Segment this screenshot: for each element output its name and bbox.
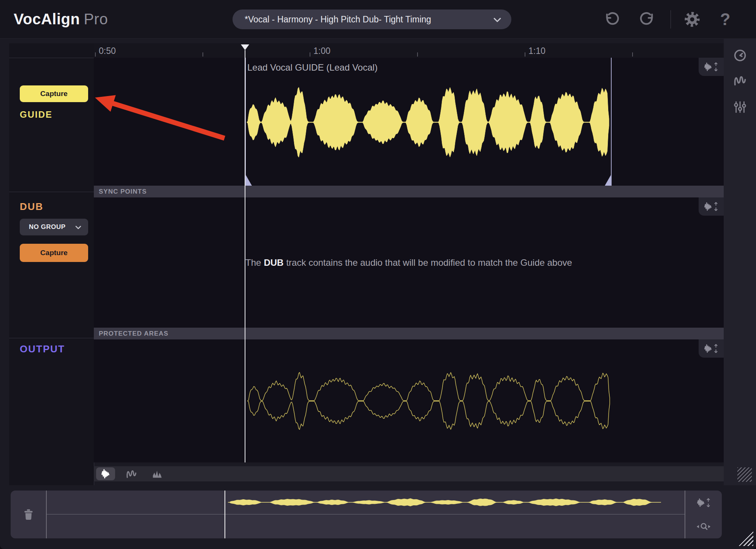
dub-vzoom-tab[interactable] [699, 197, 724, 216]
ruler-time-label: 0:50 [99, 46, 116, 56]
energy-icon [152, 469, 163, 479]
view-mode-toolbar [94, 466, 724, 481]
waveform-icon [101, 469, 111, 479]
protected-areas-strip: PROTECTED AREAS [94, 328, 724, 339]
protected-areas-label: PROTECTED AREAS [99, 330, 168, 338]
overview-hzoom-button[interactable] [696, 522, 712, 531]
dub-message-suffix: track contains the audio that will be mo… [286, 257, 572, 268]
playhead-handle[interactable] [241, 44, 249, 50]
waveform-view-button[interactable] [96, 467, 115, 480]
horizontal-zoom-icon [696, 522, 712, 531]
ruler-tick [202, 52, 203, 57]
vzoom-arrows-icon [706, 498, 710, 508]
dub-group-select[interactable]: NO GROUP [20, 219, 88, 235]
sidebar-divider [9, 58, 94, 58]
undo-icon [604, 11, 620, 27]
waveform-icon [704, 62, 712, 71]
guide-waveform [94, 58, 724, 186]
waveform-icon [697, 498, 705, 507]
sync-points-label: SYNC POINTS [99, 188, 147, 196]
dub-message-prefix: The [245, 257, 261, 268]
dub-group-value: NO GROUP [29, 223, 66, 231]
topbar-divider [671, 10, 671, 28]
pitch-view-button[interactable] [122, 467, 141, 480]
output-track[interactable] [94, 339, 724, 462]
overview-center-divider [47, 514, 685, 514]
sidebar: GUIDE Capture DUB NO GROUP Capture OUTPU… [9, 43, 94, 485]
overview-vzoom-button[interactable] [697, 498, 710, 508]
settings-button[interactable] [683, 10, 702, 29]
preset-label: *Vocal - Harmony - High Pitch Dub- Tight… [245, 14, 431, 25]
panel-resize-grip[interactable] [737, 467, 752, 482]
dub-help-message: The DUB track contains the audio that wi… [94, 197, 724, 328]
pitch-tool-button[interactable] [733, 73, 747, 88]
guide-clip-label: Lead Vocal GUIDE (Lead Vocal) [247, 62, 378, 73]
time-tool-button[interactable] [733, 48, 747, 63]
mixer-tool-button[interactable] [733, 100, 747, 114]
overview-zoom-controls [685, 491, 722, 538]
brand-name: VocAlign [14, 11, 80, 28]
output-section-label: OUTPUT [20, 343, 65, 355]
chevron-down-icon [75, 226, 81, 230]
overview-panel [11, 491, 722, 538]
sidebar-divider [9, 192, 94, 192]
timeline: 0:501:001:10 Lead Vocal GUIDE (Lead Voca… [94, 43, 724, 485]
guide-section-label: GUIDE [20, 109, 52, 120]
ruler[interactable]: 0:501:001:10 [94, 43, 724, 58]
dub-section-label: DUB [20, 201, 43, 213]
guide-track[interactable]: Lead Vocal GUIDE (Lead Vocal) [94, 58, 724, 186]
output-vzoom-tab[interactable] [699, 339, 724, 358]
window-resize-grip[interactable] [737, 530, 753, 546]
help-button[interactable]: ? [716, 10, 735, 29]
vocalign-window: VocAlign Pro *Vocal - Harmony - High Pit… [0, 0, 756, 549]
playhead-line[interactable] [245, 50, 245, 462]
ruler-time-label: 1:00 [313, 46, 331, 56]
overview-waveform [11, 491, 722, 538]
ruler-tick [632, 52, 633, 57]
gear-icon [683, 11, 701, 28]
clock-icon [733, 49, 747, 62]
dub-track[interactable]: The DUB track contains the audio that wi… [94, 197, 724, 328]
chevron-down-icon [493, 17, 501, 23]
ruler-tick [417, 52, 418, 57]
waveform-icon [704, 202, 712, 211]
preset-selector[interactable]: *Vocal - Harmony - High Pitch Dub- Tight… [232, 9, 511, 29]
guide-capture-button[interactable]: Capture [20, 85, 88, 102]
dub-message-bold: DUB [264, 257, 283, 268]
ruler-time-label: 1:10 [528, 46, 546, 56]
clip-right-edge[interactable] [611, 58, 612, 186]
sliders-icon [733, 100, 747, 114]
energy-view-button[interactable] [148, 467, 167, 480]
dub-capture-button[interactable]: Capture [20, 244, 88, 262]
clip-left-handle[interactable] [246, 175, 252, 186]
undo-button[interactable] [603, 10, 622, 29]
topbar: VocAlign Pro *Vocal - Harmony - High Pit… [0, 0, 756, 39]
pitch-trace-icon [733, 74, 747, 87]
sidebar-divider [9, 338, 94, 338]
guide-vzoom-tab[interactable] [699, 58, 724, 76]
right-toolbar [724, 38, 756, 485]
ruler-tick [95, 52, 96, 57]
app-logo: VocAlign Pro [14, 0, 108, 38]
waveform-icon [704, 344, 712, 353]
ruler-tick [525, 52, 525, 57]
vzoom-arrows-icon [714, 344, 718, 353]
overview-playhead[interactable] [225, 491, 225, 538]
redo-icon [639, 11, 655, 27]
brand-suffix: Pro [84, 11, 108, 28]
help-icon: ? [720, 10, 731, 29]
vzoom-arrows-icon [714, 202, 718, 211]
output-waveform [94, 339, 724, 462]
sync-points-strip: SYNC POINTS [94, 186, 724, 197]
clip-right-handle[interactable] [605, 175, 611, 186]
vzoom-arrows-icon [714, 62, 718, 72]
pitch-icon [126, 468, 137, 480]
ruler-tick [310, 52, 310, 57]
redo-button[interactable] [637, 10, 656, 29]
